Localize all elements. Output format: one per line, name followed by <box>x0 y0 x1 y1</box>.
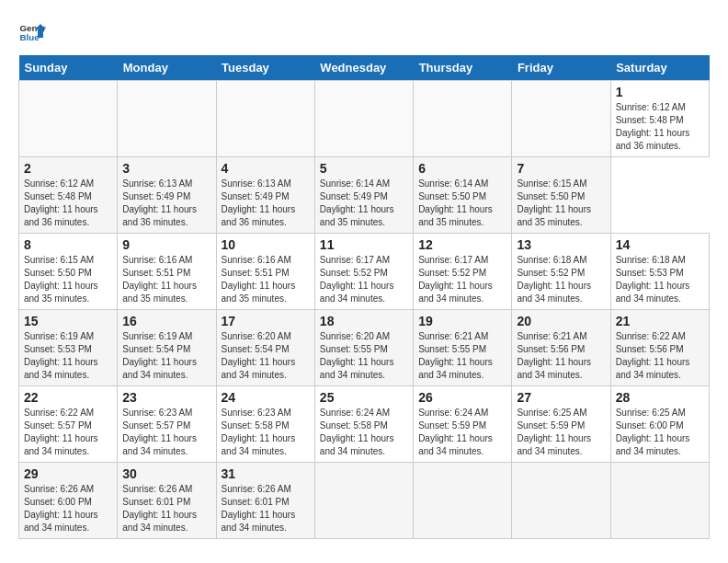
day-detail: Sunrise: 6:19 AMSunset: 5:54 PMDaylight:… <box>122 330 210 382</box>
day-cell-22: 22Sunrise: 6:22 AMSunset: 5:57 PMDayligh… <box>19 386 118 463</box>
day-cell-19: 19Sunrise: 6:21 AMSunset: 5:55 PMDayligh… <box>414 310 512 386</box>
calendar-week-3: 8Sunrise: 6:15 AMSunset: 5:50 PMDaylight… <box>19 234 710 310</box>
empty-cell <box>414 81 512 157</box>
day-number: 5 <box>320 161 408 176</box>
col-header-thursday: Thursday <box>414 55 512 81</box>
col-header-friday: Friday <box>512 55 610 81</box>
day-number: 19 <box>418 314 506 328</box>
col-header-monday: Monday <box>118 55 216 81</box>
day-detail: Sunrise: 6:21 AMSunset: 5:56 PMDaylight:… <box>517 330 605 382</box>
day-number: 8 <box>24 237 112 252</box>
empty-cell <box>414 463 512 539</box>
empty-cell <box>216 81 314 157</box>
day-cell-12: 12Sunrise: 6:17 AMSunset: 5:52 PMDayligh… <box>414 234 512 310</box>
day-number: 20 <box>517 314 605 328</box>
day-number: 29 <box>24 466 112 481</box>
calendar-week-1: 1Sunrise: 6:12 AMSunset: 5:48 PMDaylight… <box>19 81 710 157</box>
day-number: 21 <box>616 314 704 328</box>
day-number: 28 <box>616 390 704 405</box>
day-cell-15: 15Sunrise: 6:19 AMSunset: 5:53 PMDayligh… <box>19 310 118 386</box>
day-detail: Sunrise: 6:20 AMSunset: 5:55 PMDaylight:… <box>320 330 408 382</box>
day-number: 25 <box>320 390 408 405</box>
day-detail: Sunrise: 6:25 AMSunset: 5:59 PMDaylight:… <box>517 407 605 458</box>
col-header-sunday: Sunday <box>19 55 118 81</box>
day-number: 26 <box>418 390 506 405</box>
day-cell-1: 1Sunrise: 6:12 AMSunset: 5:48 PMDaylight… <box>610 81 709 157</box>
day-cell-8: 8Sunrise: 6:15 AMSunset: 5:50 PMDaylight… <box>19 234 118 310</box>
calendar-week-5: 22Sunrise: 6:22 AMSunset: 5:57 PMDayligh… <box>19 386 710 463</box>
day-number: 18 <box>320 314 408 328</box>
col-header-saturday: Saturday <box>610 55 709 81</box>
day-detail: Sunrise: 6:22 AMSunset: 5:56 PMDaylight:… <box>616 330 704 382</box>
day-detail: Sunrise: 6:14 AMSunset: 5:50 PMDaylight:… <box>418 178 506 229</box>
day-detail: Sunrise: 6:15 AMSunset: 5:50 PMDaylight:… <box>517 178 605 229</box>
day-number: 13 <box>517 237 605 252</box>
day-detail: Sunrise: 6:26 AMSunset: 6:01 PMDaylight:… <box>222 483 310 534</box>
day-cell-11: 11Sunrise: 6:17 AMSunset: 5:52 PMDayligh… <box>314 234 413 310</box>
day-detail: Sunrise: 6:17 AMSunset: 5:52 PMDaylight:… <box>418 254 506 305</box>
day-cell-16: 16Sunrise: 6:19 AMSunset: 5:54 PMDayligh… <box>118 310 216 386</box>
day-detail: Sunrise: 6:26 AMSunset: 6:00 PMDaylight:… <box>24 483 112 534</box>
day-cell-2: 2Sunrise: 6:12 AMSunset: 5:48 PMDaylight… <box>19 157 118 234</box>
day-number: 16 <box>122 314 210 328</box>
day-cell-31: 31Sunrise: 6:26 AMSunset: 6:01 PMDayligh… <box>216 463 314 539</box>
day-cell-6: 6Sunrise: 6:14 AMSunset: 5:50 PMDaylight… <box>414 157 512 234</box>
day-cell-18: 18Sunrise: 6:20 AMSunset: 5:55 PMDayligh… <box>314 310 413 386</box>
empty-cell <box>512 81 610 157</box>
calendar-week-2: 2Sunrise: 6:12 AMSunset: 5:48 PMDaylight… <box>19 157 710 234</box>
day-cell-23: 23Sunrise: 6:23 AMSunset: 5:57 PMDayligh… <box>118 386 216 463</box>
calendar-table: SundayMondayTuesdayWednesdayThursdayFrid… <box>18 55 710 539</box>
col-header-tuesday: Tuesday <box>216 55 314 81</box>
day-cell-7: 7Sunrise: 6:15 AMSunset: 5:50 PMDaylight… <box>512 157 610 234</box>
day-cell-30: 30Sunrise: 6:26 AMSunset: 6:01 PMDayligh… <box>118 463 216 539</box>
day-cell-13: 13Sunrise: 6:18 AMSunset: 5:52 PMDayligh… <box>512 234 610 310</box>
day-detail: Sunrise: 6:12 AMSunset: 5:48 PMDaylight:… <box>616 101 704 153</box>
empty-cell <box>314 463 413 539</box>
day-number: 23 <box>122 390 210 405</box>
day-number: 2 <box>24 161 112 176</box>
day-cell-21: 21Sunrise: 6:22 AMSunset: 5:56 PMDayligh… <box>610 310 709 386</box>
day-cell-3: 3Sunrise: 6:13 AMSunset: 5:49 PMDaylight… <box>118 157 216 234</box>
day-cell-10: 10Sunrise: 6:16 AMSunset: 5:51 PMDayligh… <box>216 234 314 310</box>
day-detail: Sunrise: 6:23 AMSunset: 5:57 PMDaylight:… <box>122 407 210 458</box>
day-number: 1 <box>616 85 704 99</box>
day-cell-26: 26Sunrise: 6:24 AMSunset: 5:59 PMDayligh… <box>414 386 512 463</box>
page-header: General Blue <box>18 18 710 46</box>
svg-text:Blue: Blue <box>20 32 40 42</box>
day-detail: Sunrise: 6:20 AMSunset: 5:54 PMDaylight:… <box>222 330 310 382</box>
day-detail: Sunrise: 6:16 AMSunset: 5:51 PMDaylight:… <box>222 254 310 305</box>
empty-cell <box>19 81 118 157</box>
day-detail: Sunrise: 6:18 AMSunset: 5:53 PMDaylight:… <box>616 254 704 305</box>
day-cell-20: 20Sunrise: 6:21 AMSunset: 5:56 PMDayligh… <box>512 310 610 386</box>
day-number: 15 <box>24 314 112 328</box>
day-number: 17 <box>222 314 310 328</box>
day-number: 31 <box>222 466 310 481</box>
day-cell-27: 27Sunrise: 6:25 AMSunset: 5:59 PMDayligh… <box>512 386 610 463</box>
empty-cell <box>118 81 216 157</box>
header-row: SundayMondayTuesdayWednesdayThursdayFrid… <box>19 55 710 81</box>
day-detail: Sunrise: 6:26 AMSunset: 6:01 PMDaylight:… <box>122 483 210 534</box>
calendar-week-6: 29Sunrise: 6:26 AMSunset: 6:00 PMDayligh… <box>19 463 710 539</box>
day-detail: Sunrise: 6:23 AMSunset: 5:58 PMDaylight:… <box>222 407 310 458</box>
day-number: 3 <box>122 161 210 176</box>
empty-cell <box>314 81 413 157</box>
day-detail: Sunrise: 6:24 AMSunset: 5:59 PMDaylight:… <box>418 407 506 458</box>
day-cell-4: 4Sunrise: 6:13 AMSunset: 5:49 PMDaylight… <box>216 157 314 234</box>
day-number: 14 <box>616 237 704 252</box>
day-number: 27 <box>517 390 605 405</box>
empty-cell <box>512 463 610 539</box>
day-cell-17: 17Sunrise: 6:20 AMSunset: 5:54 PMDayligh… <box>216 310 314 386</box>
empty-cell <box>610 463 709 539</box>
day-detail: Sunrise: 6:22 AMSunset: 5:57 PMDaylight:… <box>24 407 112 458</box>
day-number: 4 <box>222 161 310 176</box>
day-cell-29: 29Sunrise: 6:26 AMSunset: 6:00 PMDayligh… <box>19 463 118 539</box>
day-detail: Sunrise: 6:24 AMSunset: 5:58 PMDaylight:… <box>320 407 408 458</box>
day-cell-28: 28Sunrise: 6:25 AMSunset: 6:00 PMDayligh… <box>610 386 709 463</box>
day-number: 12 <box>418 237 506 252</box>
day-cell-24: 24Sunrise: 6:23 AMSunset: 5:58 PMDayligh… <box>216 386 314 463</box>
day-detail: Sunrise: 6:17 AMSunset: 5:52 PMDaylight:… <box>320 254 408 305</box>
day-number: 7 <box>517 161 605 176</box>
day-detail: Sunrise: 6:25 AMSunset: 6:00 PMDaylight:… <box>616 407 704 458</box>
day-number: 24 <box>222 390 310 405</box>
day-detail: Sunrise: 6:16 AMSunset: 5:51 PMDaylight:… <box>122 254 210 305</box>
